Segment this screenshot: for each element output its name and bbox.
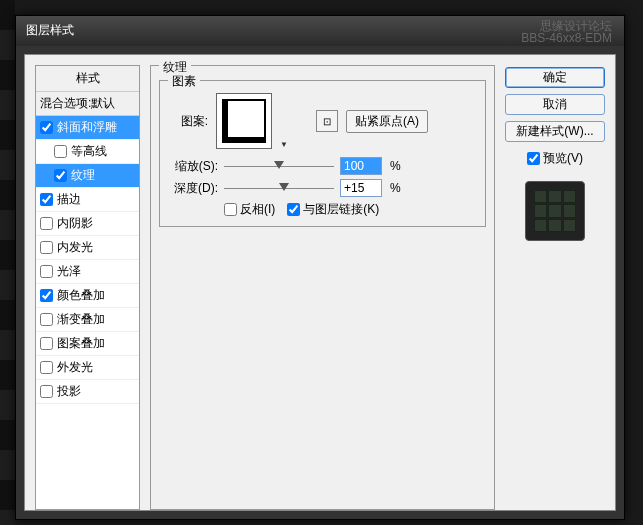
pattern-swatch[interactable] [216,93,272,149]
style-label: 等高线 [71,143,107,160]
style-checkbox[interactable] [54,169,67,182]
main-panel: 纹理 图素 图案: ▼ ⊡ 贴紧原点(A) 缩放(S): [150,65,495,510]
pattern-dropdown[interactable]: ▼ [280,93,290,149]
layer-style-dialog: 图层样式 思缘设计论坛 BBS-46xx8-EDM 样式 混合选项:默认 斜面和… [15,15,625,520]
watermark: 思缘设计论坛 BBS-46xx8-EDM [521,20,612,44]
depth-unit: % [390,181,401,195]
chevron-down-icon: ▼ [280,140,288,149]
style-label: 图案叠加 [57,335,105,352]
style-label: 颜色叠加 [57,287,105,304]
style-item-4[interactable]: 内阴影 [36,212,139,236]
cancel-button[interactable]: 取消 [505,94,605,115]
scale-label: 缩放(S): [168,158,218,175]
scale-unit: % [390,159,401,173]
preview-thumbnail [525,181,585,241]
style-checkbox[interactable] [40,193,53,206]
style-label: 内发光 [57,239,93,256]
scale-row: 缩放(S): % [168,157,477,175]
style-checkbox[interactable] [54,145,67,158]
style-checkbox[interactable] [40,361,53,374]
scale-input[interactable] [340,157,382,175]
style-checkbox[interactable] [40,217,53,230]
scale-thumb[interactable] [274,161,284,169]
new-style-button[interactable]: 新建样式(W)... [505,121,605,142]
style-label: 内阴影 [57,215,93,232]
style-item-0[interactable]: 斜面和浮雕 [36,116,139,140]
style-checkbox[interactable] [40,241,53,254]
style-checkbox[interactable] [40,313,53,326]
style-checkbox[interactable] [40,121,53,134]
background-decoration [0,0,15,525]
style-item-3[interactable]: 描边 [36,188,139,212]
style-item-11[interactable]: 投影 [36,380,139,404]
ok-button[interactable]: 确定 [505,67,605,88]
link-checkbox[interactable]: 与图层链接(K) [287,201,379,218]
pattern-group: 图素 图案: ▼ ⊡ 贴紧原点(A) 缩放(S): [159,80,486,227]
pattern-group-title: 图素 [168,73,200,90]
styles-list: 斜面和浮雕等高线纹理描边内阴影内发光光泽颜色叠加渐变叠加图案叠加外发光投影 [36,116,139,404]
depth-input[interactable] [340,179,382,197]
options-row: 反相(I) 与图层链接(K) [168,201,477,218]
pattern-label: 图案: [168,113,208,130]
styles-header: 样式 [36,66,139,92]
dialog-body: 样式 混合选项:默认 斜面和浮雕等高线纹理描边内阴影内发光光泽颜色叠加渐变叠加图… [24,54,616,511]
blend-options-row[interactable]: 混合选项:默认 [36,92,139,116]
style-label: 斜面和浮雕 [57,119,117,136]
style-label: 投影 [57,383,81,400]
right-column: 确定 取消 新建样式(W)... 预览(V) [505,67,605,241]
style-item-5[interactable]: 内发光 [36,236,139,260]
style-checkbox[interactable] [40,337,53,350]
style-checkbox[interactable] [40,385,53,398]
invert-checkbox[interactable]: 反相(I) [224,201,275,218]
style-label: 光泽 [57,263,81,280]
style-label: 纹理 [71,167,95,184]
style-item-10[interactable]: 外发光 [36,356,139,380]
pattern-preview [222,99,266,143]
depth-label: 深度(D): [168,180,218,197]
style-item-2[interactable]: 纹理 [36,164,139,188]
style-item-6[interactable]: 光泽 [36,260,139,284]
window-title: 图层样式 [26,23,74,37]
style-checkbox[interactable] [40,265,53,278]
style-item-1[interactable]: 等高线 [36,140,139,164]
style-label: 渐变叠加 [57,311,105,328]
styles-list-panel: 样式 混合选项:默认 斜面和浮雕等高线纹理描边内阴影内发光光泽颜色叠加渐变叠加图… [35,65,140,510]
new-pattern-icon[interactable]: ⊡ [316,110,338,132]
snap-origin-button[interactable]: 贴紧原点(A) [346,110,428,133]
style-label: 外发光 [57,359,93,376]
style-item-8[interactable]: 渐变叠加 [36,308,139,332]
depth-slider[interactable] [224,181,334,195]
style-item-9[interactable]: 图案叠加 [36,332,139,356]
preview-checkbox[interactable]: 预览(V) [527,150,583,167]
depth-row: 深度(D): % [168,179,477,197]
style-checkbox[interactable] [40,289,53,302]
depth-thumb[interactable] [279,183,289,191]
pattern-row: 图案: ▼ ⊡ 贴紧原点(A) [168,93,477,149]
scale-slider[interactable] [224,159,334,173]
style-label: 描边 [57,191,81,208]
style-item-7[interactable]: 颜色叠加 [36,284,139,308]
